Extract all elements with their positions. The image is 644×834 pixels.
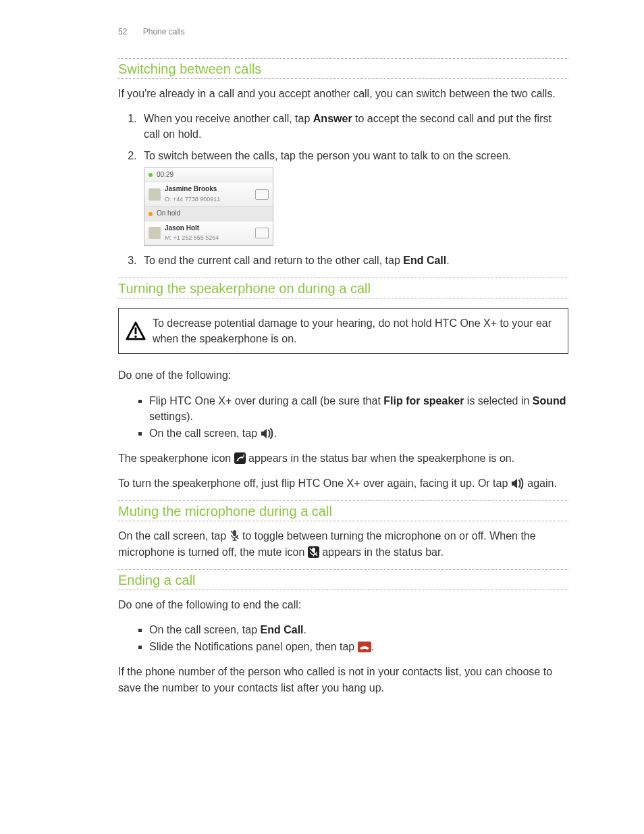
contact-name: Jason Holt: [165, 224, 199, 232]
ending-options: On the call screen, tap End Call. Slide …: [118, 622, 568, 654]
contact-number: M: +1 252 555 5264: [165, 234, 219, 241]
speaker-icon: [261, 428, 274, 439]
switching-steps: When you receive another call, tap Answe…: [118, 111, 568, 268]
avatar: [149, 227, 161, 239]
screenshot-contact-2: Jason Holt M: +1 252 555 5264: [144, 221, 273, 245]
warning-callout: To decrease potential damage to your hea…: [118, 308, 568, 354]
ending-option-2: Slide the Notifications panel open, then…: [149, 639, 568, 654]
heading-speakerphone: Turning the speakerphone on during a cal…: [118, 278, 568, 298]
hold-dot-icon: [149, 212, 153, 216]
keypad-icon: [255, 189, 269, 200]
muting-para: On the call screen, tap to toggle betwee…: [118, 528, 568, 559]
speaker-statusbar-icon: [234, 452, 246, 464]
screenshot-contact-1: Jasmine Brooks O: +44 7738 900911: [144, 182, 273, 207]
active-dot-icon: [149, 173, 153, 177]
heading-muting: Muting the microphone during a call: [118, 500, 568, 521]
ending-outro: If the phone number of the person who ca…: [118, 664, 568, 695]
switching-step-1: When you receive another call, tap Answe…: [140, 111, 568, 142]
warning-text: To decrease potential damage to your hea…: [153, 315, 560, 346]
switching-step-2: To switch between the calls, tap the per…: [140, 148, 568, 246]
screenshot-timer: 00:29: [157, 170, 173, 180]
call-screenshot: 00:29 Jasmine Brooks O: +44 7738 900911 …: [144, 167, 273, 246]
page-number: 52: [118, 27, 127, 36]
heading-ending: Ending a call: [118, 569, 568, 590]
speaker-statusbar-note: The speakerphone icon appears in the sta…: [118, 450, 568, 466]
mic-mute-icon: [230, 529, 240, 542]
onhold-label: On hold: [157, 209, 180, 219]
page: 52 Phone calls Switching between calls I…: [0, 0, 644, 834]
contact-name: Jasmine Brooks: [165, 185, 217, 192]
mute-statusbar-icon: [308, 546, 319, 558]
svg-point-3: [236, 460, 238, 462]
end-call-icon: [358, 642, 371, 652]
ending-option-1: On the call screen, tap End Call.: [149, 622, 568, 637]
screenshot-timer-row: 00:29: [144, 168, 273, 183]
speaker-options: Flip HTC One X+ over during a call (be s…: [118, 393, 568, 442]
page-header: 52 Phone calls: [118, 27, 568, 36]
swap-icon: [255, 228, 269, 238]
heading-switching: Switching between calls: [118, 58, 568, 79]
speaker-icon: [511, 478, 525, 489]
ending-lead: Do one of the following to end the call:: [118, 597, 568, 613]
speaker-lead: Do one of the following:: [118, 367, 568, 383]
warning-icon: [126, 321, 146, 341]
speaker-option-2: On the call screen, tap .: [149, 425, 568, 441]
avatar: [149, 188, 161, 201]
speaker-option-1: Flip HTC One X+ over during a call (be s…: [149, 393, 568, 424]
speaker-off-note: To turn the speakerphone off, just flip …: [118, 475, 568, 491]
svg-point-4: [241, 457, 243, 459]
contact-number: O: +44 7738 900911: [165, 196, 220, 203]
switching-intro: If you're already in a call and you acce…: [118, 86, 568, 101]
page-section: Phone calls: [143, 27, 185, 36]
svg-point-2: [134, 336, 136, 338]
switching-step-3: To end the current call and return to th…: [140, 253, 568, 268]
screenshot-onhold-row: On hold: [144, 207, 273, 221]
